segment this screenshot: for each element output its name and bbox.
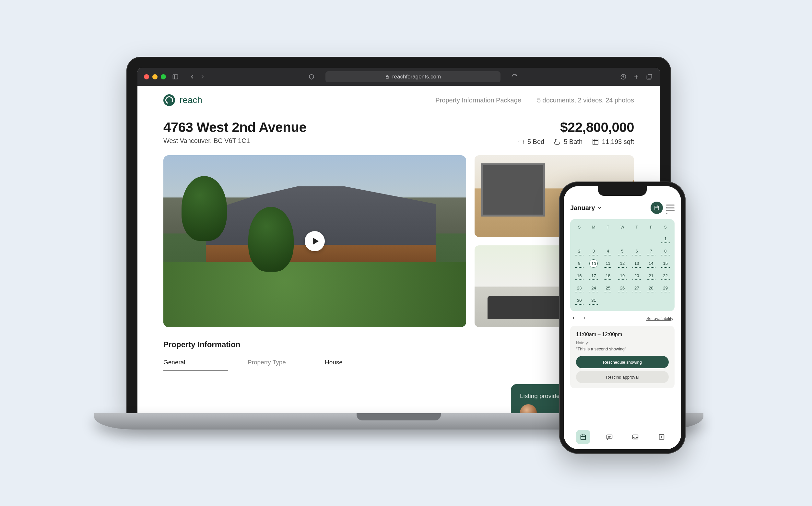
sqft-icon	[592, 138, 599, 146]
month-picker[interactable]: January	[570, 204, 602, 212]
calendar-day[interactable]: 28	[644, 282, 658, 294]
divider	[529, 96, 529, 104]
calendar-day[interactable]: 29	[658, 282, 672, 294]
calendar-day[interactable]: 18	[601, 270, 615, 282]
chat-icon	[606, 433, 613, 440]
calendar-day[interactable]: 5	[615, 245, 630, 257]
calendar-day[interactable]: 10	[587, 257, 601, 270]
calendar-day	[615, 294, 630, 307]
sidebar-toggle-icon[interactable]	[171, 73, 180, 81]
calendar-day[interactable]: 25	[601, 282, 615, 294]
prev-day-icon[interactable]	[571, 316, 576, 321]
calendar-day[interactable]: 23	[572, 282, 587, 294]
calendar-day	[601, 233, 615, 245]
calendar-day[interactable]: 9	[572, 257, 587, 270]
svg-rect-8	[655, 206, 659, 210]
calendar-day[interactable]: 11	[601, 257, 615, 270]
tab-inbox[interactable]	[628, 430, 642, 444]
minimize-window-icon[interactable]	[152, 74, 158, 79]
calendar-day[interactable]: 26	[615, 282, 630, 294]
calendar-dow: M	[587, 224, 601, 233]
field-value: House	[325, 359, 343, 366]
calendar-dow: S	[572, 224, 587, 233]
back-icon[interactable]	[188, 73, 196, 81]
field-label: Property Type	[248, 359, 286, 366]
calendar-view-button[interactable]	[651, 201, 663, 214]
appointment-note: "This is a second showing"	[576, 346, 669, 351]
reschedule-button[interactable]: Reschedule showing	[576, 356, 669, 368]
calendar-day[interactable]: 12	[615, 257, 630, 270]
inbox-icon	[632, 433, 639, 440]
note-label: Note	[576, 341, 669, 345]
calendar-day[interactable]: 31	[587, 294, 601, 307]
stat-bed: 5 Bed	[517, 138, 544, 146]
calendar-dow: W	[615, 224, 630, 233]
agent-avatar[interactable]	[520, 404, 537, 413]
brand[interactable]: reach	[163, 94, 202, 106]
privacy-shield-icon[interactable]	[307, 73, 316, 81]
calendar-day[interactable]: 16	[572, 270, 587, 282]
calendar-icon	[654, 205, 660, 211]
tab-add[interactable]	[654, 430, 669, 444]
next-day-icon[interactable]	[582, 316, 587, 321]
calendar-day	[658, 294, 672, 307]
calendar-day[interactable]: 22	[658, 270, 672, 282]
listing-price: $22,800,000	[517, 119, 634, 135]
download-icon[interactable]	[619, 73, 628, 81]
phone-screen: January SMTWTFS 123456789101112131415161…	[564, 186, 681, 449]
calendar-day[interactable]: 6	[630, 245, 644, 257]
calendar-day[interactable]: 20	[630, 270, 644, 282]
tab-general[interactable]: General	[163, 359, 228, 371]
set-availability-link[interactable]: Set availability	[646, 316, 673, 321]
edit-icon[interactable]	[586, 341, 590, 345]
calendar-day[interactable]: 8	[658, 245, 672, 257]
plus-square-icon	[658, 433, 665, 440]
tabs-icon[interactable]	[645, 73, 653, 81]
calendar-day[interactable]: 4	[601, 245, 615, 257]
reload-icon[interactable]	[510, 73, 519, 81]
tab-messages[interactable]	[602, 430, 617, 444]
calendar-day[interactable]: 17	[587, 270, 601, 282]
forward-icon[interactable]	[198, 73, 207, 81]
new-tab-icon[interactable]	[632, 73, 640, 81]
appointment-card: 11:00am – 12:00pm Note "This is a second…	[570, 326, 674, 388]
calendar-day	[572, 233, 587, 245]
nav-arrows	[188, 73, 207, 81]
hero-media[interactable]	[163, 155, 466, 327]
calendar-day[interactable]: 24	[587, 282, 601, 294]
calendar-day	[644, 294, 658, 307]
calendar-dow: T	[601, 224, 615, 233]
phone-mockup: January SMTWTFS 123456789101112131415161…	[559, 181, 686, 454]
close-window-icon[interactable]	[144, 74, 149, 79]
fullscreen-window-icon[interactable]	[161, 74, 166, 79]
pkg-counts: 5 documents, 2 videos, 24 photos	[537, 97, 634, 104]
list-view-button[interactable]	[666, 204, 674, 211]
play-icon[interactable]	[305, 231, 325, 251]
pkg-label[interactable]: Property Information Package	[435, 97, 521, 104]
calendar: SMTWTFS 12345678910111213141516171819202…	[570, 219, 674, 311]
tab-calendar[interactable]	[576, 430, 590, 444]
chevron-down-icon	[597, 205, 602, 210]
calendar-day[interactable]: 15	[658, 257, 672, 270]
calendar-day[interactable]: 30	[572, 294, 587, 307]
calendar-day[interactable]: 3	[587, 245, 601, 257]
calendar-day[interactable]: 14	[644, 257, 658, 270]
lock-icon	[385, 75, 390, 79]
calendar-day[interactable]: 19	[615, 270, 630, 282]
brand-name: reach	[180, 95, 202, 105]
calendar-day[interactable]: 2	[572, 245, 587, 257]
calendar-day[interactable]: 13	[630, 257, 644, 270]
calendar-dow: S	[658, 224, 672, 233]
rescind-button[interactable]: Rescind approval	[576, 371, 669, 383]
calendar-dow: F	[644, 224, 658, 233]
calendar-day	[644, 233, 658, 245]
bed-icon	[517, 138, 525, 146]
address-bar[interactable]: reachforagents.com	[326, 71, 501, 82]
address-title: 4763 West 2nd Avenue	[163, 119, 306, 135]
calendar-day[interactable]: 1	[658, 233, 672, 245]
calendar-day	[601, 294, 615, 307]
calendar-day[interactable]: 7	[644, 245, 658, 257]
calendar-day[interactable]: 21	[644, 270, 658, 282]
calendar-day[interactable]: 27	[630, 282, 644, 294]
calendar-day	[630, 233, 644, 245]
